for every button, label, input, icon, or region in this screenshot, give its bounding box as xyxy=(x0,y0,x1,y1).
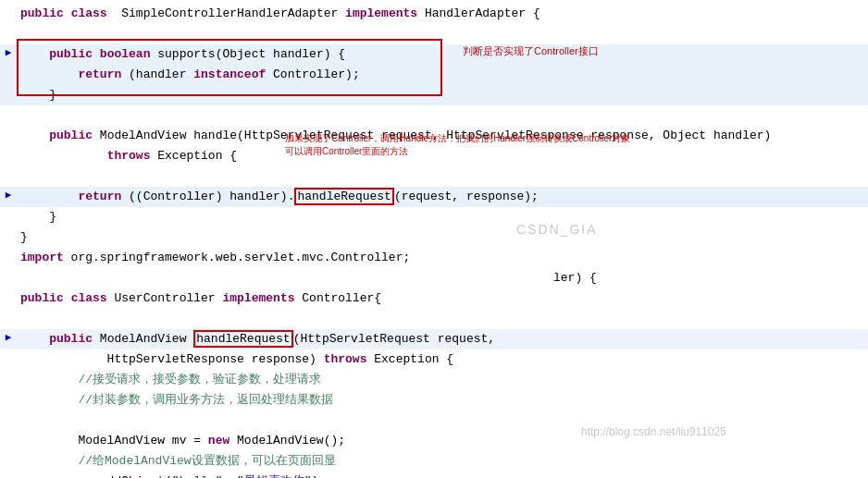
gutter-13 xyxy=(0,248,17,250)
gutter-18 xyxy=(0,349,17,351)
line-content-9 xyxy=(17,166,868,187)
code-line-15: public class UserController implements C… xyxy=(0,288,868,309)
line-content-19: //接受请求，接受参数，验证参数，处理请求 xyxy=(17,370,868,390)
code-line-5: } xyxy=(0,85,868,105)
code-line-4: return (handler instanceof Controller); xyxy=(0,65,868,85)
code-line-18: HttpServletResponse response) throws Exc… xyxy=(0,349,868,370)
line-content-23: //给ModelAndView设置数据，可以在页面回显 xyxy=(17,451,868,472)
handle-request-box-2: handleRequest xyxy=(193,330,292,348)
line-content-11: } xyxy=(17,207,868,227)
gutter-23 xyxy=(0,451,17,453)
code-line-12: } xyxy=(0,227,868,248)
line-content-3: public boolean supports(Object handler) … xyxy=(17,44,868,65)
line-content-10: return ((Controller) handler).handleRequ… xyxy=(17,187,868,207)
gutter-12 xyxy=(0,227,17,229)
keyword-public: public xyxy=(20,6,64,20)
line-content-12: } xyxy=(17,227,868,248)
keyword-implements: implements xyxy=(345,6,417,20)
gutter-21 xyxy=(0,411,17,412)
line-content-5: } xyxy=(17,85,868,105)
gutter-10: ▶ xyxy=(0,187,17,201)
line-content-13: import org.springframework.web.servlet.m… xyxy=(17,248,868,268)
gutter-16 xyxy=(0,309,17,311)
code-line-20: //封装参数，调用业务方法，返回处理结果数据 xyxy=(0,390,868,411)
line-content-24: mv.addObject("hello", "凤姐喜欢你"); xyxy=(17,472,868,478)
gutter-9 xyxy=(0,166,17,168)
line-content-15: public class UserController implements C… xyxy=(17,288,868,309)
gutter-20 xyxy=(0,390,17,392)
line-content-17: public ModelAndView handleRequest(HttpSe… xyxy=(17,329,868,349)
gutter-3: ▶ xyxy=(0,44,17,58)
code-line-22: ModelAndView mv = new ModelAndView(); xyxy=(0,431,868,451)
gutter-14 xyxy=(0,268,17,270)
code-line-16 xyxy=(0,309,868,329)
gutter-7 xyxy=(0,126,17,128)
gutter-17: ▶ xyxy=(0,329,17,343)
interface-name: HandlerAdapter { xyxy=(417,6,540,20)
gutter-2 xyxy=(0,24,17,26)
code-editor: public class SimpleControllerHandlerAdap… xyxy=(0,0,868,478)
code-line-19: //接受请求，接受参数，验证参数，处理请求 xyxy=(0,370,868,390)
gutter-11 xyxy=(0,207,17,209)
gutter-22 xyxy=(0,431,17,433)
line-content-21 xyxy=(17,411,868,431)
code-line-14: ler) { xyxy=(0,268,868,288)
code-line-1: public class SimpleControllerHandlerAdap… xyxy=(0,4,868,24)
gutter-24 xyxy=(0,472,17,473)
gutter-1 xyxy=(0,4,17,6)
code-line-24: mv.addObject("hello", "凤姐喜欢你"); xyxy=(0,472,868,478)
line-content-22: ModelAndView mv = new ModelAndView(); xyxy=(17,431,868,451)
gutter-6 xyxy=(0,105,17,107)
line-content-20: //封装参数，调用业务方法，返回处理结果数据 xyxy=(17,390,868,411)
line-content-7: public ModelAndView handle(HttpServletRe… xyxy=(17,126,868,146)
code-line-21 xyxy=(0,411,868,431)
code-line-6 xyxy=(0,105,868,126)
code-line-8: throws Exception { xyxy=(0,146,868,166)
line-content-6 xyxy=(17,105,868,126)
gutter-19 xyxy=(0,370,17,372)
code-line-11: } xyxy=(0,207,868,227)
line-content-2 xyxy=(17,24,868,44)
line-content-8: throws Exception { xyxy=(17,146,868,166)
gutter-4 xyxy=(0,65,17,67)
code-line-17: ▶ public ModelAndView handleRequest(Http… xyxy=(0,329,868,349)
gutter-8 xyxy=(0,146,17,148)
code-line-7: public ModelAndView handle(HttpServletRe… xyxy=(0,126,868,146)
line-content-4: return (handler instanceof Controller); xyxy=(17,65,868,85)
handle-request-box-1: handleRequest xyxy=(294,188,393,205)
code-line-23: //给ModelAndView设置数据，可以在页面回显 xyxy=(0,451,868,472)
classname: SimpleControllerHandlerAdapter xyxy=(114,6,345,20)
line-content-18: HttpServletResponse response) throws Exc… xyxy=(17,349,868,370)
line-content-16 xyxy=(17,309,868,329)
keyword-class: class xyxy=(71,6,107,20)
line-content-1: public class SimpleControllerHandlerAdap… xyxy=(17,4,868,24)
line-content-14: ler) { xyxy=(17,268,868,288)
code-line-10: ▶ return ((Controller) handler).handleRe… xyxy=(0,187,868,207)
keyword-throws: throws xyxy=(107,149,151,163)
code-line-2 xyxy=(0,24,868,44)
gutter-5 xyxy=(0,85,17,87)
code-line-13: import org.springframework.web.servlet.m… xyxy=(0,248,868,268)
code-line-9 xyxy=(0,166,868,187)
code-line-3: ▶ public boolean supports(Object handler… xyxy=(0,44,868,65)
gutter-15 xyxy=(0,288,17,290)
